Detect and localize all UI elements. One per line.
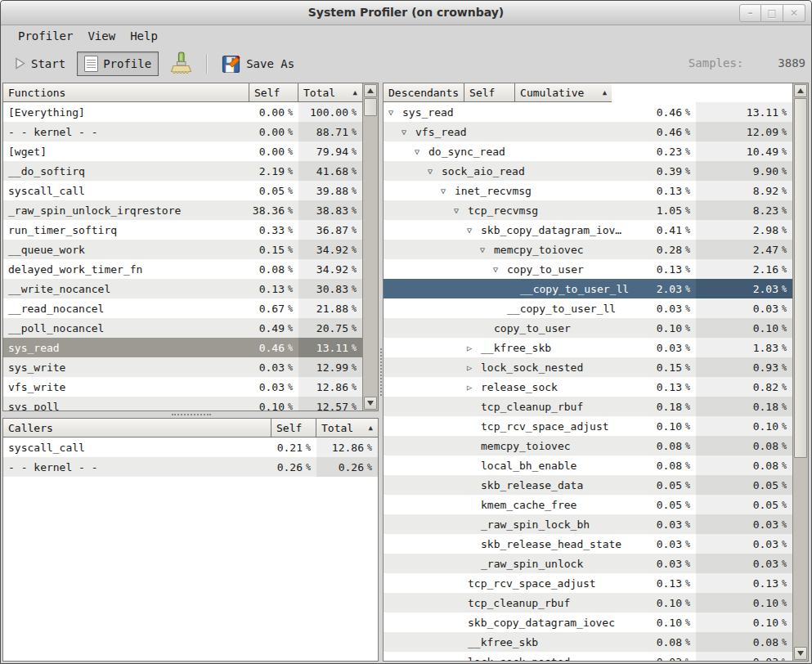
- expander-collapsed-icon[interactable]: ▷: [467, 343, 481, 352]
- tree-row[interactable]: tcp_rcv_space_adjust0.10%0.10%: [384, 416, 792, 436]
- table-row[interactable]: __write_nocancel0.13%30.83%: [3, 279, 362, 298]
- table-row[interactable]: syscall_call0.21%12.86%: [3, 437, 378, 457]
- table-row[interactable]: syscall_call0.05%39.88%: [3, 181, 362, 200]
- scroll-up-icon[interactable]: [794, 84, 807, 97]
- expander-collapsed-icon[interactable]: ▷: [467, 363, 481, 372]
- tree-row[interactable]: ▷lock_sock_nested0.15%0.93%: [384, 357, 792, 377]
- tree-row[interactable]: ▽skb_copy_datagram_iov…0.41%2.98%: [384, 220, 792, 240]
- column-header-callers[interactable]: Callers: [3, 419, 271, 437]
- table-row[interactable]: [Everything]0.00%100.00%: [3, 102, 362, 122]
- column-header-cumulative[interactable]: Cumulative ▲: [515, 83, 612, 102]
- tree-row[interactable]: __copy_to_user_ll0.03%0.03%: [384, 298, 792, 318]
- function-name-cell: ▽vfs_read: [384, 122, 645, 141]
- table-row[interactable]: delayed_work_timer_fn0.08%34.92%: [3, 259, 362, 279]
- tree-row[interactable]: ▽tcp_recvmsg1.05%8.23%: [384, 200, 792, 220]
- profile-toggle-button[interactable]: Profile: [77, 52, 159, 76]
- column-header-descendants[interactable]: Descendants: [384, 83, 464, 102]
- column-header-self[interactable]: Self: [464, 83, 515, 102]
- tree-row[interactable]: ▽vfs_read0.46%12.09%: [384, 122, 792, 141]
- title-bar[interactable]: System Profiler (on crownbay) – □ ✕: [1, 1, 811, 25]
- tree-row[interactable]: ▽sock_aio_read0.39%9.90%: [384, 161, 792, 181]
- menu-profiler[interactable]: Profiler: [11, 27, 80, 45]
- column-header-self[interactable]: Self: [271, 419, 316, 437]
- maximize-button[interactable]: □: [761, 4, 783, 22]
- expander-collapsed-icon[interactable]: ▷: [467, 383, 481, 392]
- table-row[interactable]: - - kernel - -0.26%0.26%: [3, 457, 378, 477]
- expander-open-icon[interactable]: ▽: [493, 265, 507, 274]
- table-row[interactable]: - - kernel - -0.00%88.71%: [3, 122, 362, 141]
- tree-row[interactable]: __copy_to_user_ll2.03%2.03%: [384, 279, 792, 298]
- percent-sign: %: [352, 245, 357, 254]
- tree-row[interactable]: ▽copy_to_user0.13%2.16%: [384, 259, 792, 279]
- pane-splitter-vertical[interactable]: [379, 83, 383, 662]
- table-row[interactable]: [wget]0.00%79.94%: [3, 141, 362, 161]
- expander-open-icon[interactable]: ▽: [388, 108, 402, 117]
- pane-splitter-horizontal[interactable]: [2, 411, 379, 418]
- tree-row[interactable]: ▽inet_recvmsg0.13%8.92%: [384, 181, 792, 200]
- scroll-up-icon[interactable]: [364, 84, 377, 97]
- expander-open-icon[interactable]: ▽: [454, 206, 468, 215]
- scroll-down-icon[interactable]: [794, 647, 807, 660]
- start-button[interactable]: Start: [7, 54, 72, 74]
- expander-open-icon[interactable]: ▽: [441, 186, 455, 195]
- tree-row[interactable]: _raw_spin_lock_bh0.03%0.03%: [384, 514, 792, 534]
- tree-row[interactable]: lock_sock_nested0.03%0.03%: [384, 652, 792, 661]
- column-header-functions[interactable]: Functions: [3, 83, 249, 102]
- total-percent-value: 41.68: [316, 165, 348, 177]
- tree-row[interactable]: skb_release_data0.05%0.05%: [384, 475, 792, 495]
- close-button[interactable]: ✕: [783, 4, 805, 22]
- function-name: skb_release_head_state: [481, 538, 621, 550]
- tree-row[interactable]: skb_copy_datagram_iovec0.10%0.10%: [384, 612, 792, 632]
- tree-row[interactable]: ▽do_sync_read0.23%10.49%: [384, 141, 792, 161]
- total-percent-value: 36.87: [316, 224, 348, 236]
- expander-open-icon[interactable]: ▽: [402, 128, 415, 137]
- tree-row[interactable]: memcpy_toiovec0.08%0.08%: [384, 436, 792, 455]
- functions-scrollbar[interactable]: [362, 83, 378, 411]
- tree-row[interactable]: tcp_cleanup_rbuf0.18%0.18%: [384, 397, 792, 416]
- tree-row[interactable]: local_bh_enable0.08%0.08%: [384, 455, 792, 475]
- reset-button[interactable]: [164, 48, 199, 79]
- save-as-button[interactable]: Save As: [215, 51, 301, 77]
- column-header-total[interactable]: Total ▲: [298, 83, 362, 102]
- table-row[interactable]: sys_read0.46%13.11%: [3, 338, 362, 357]
- table-row[interactable]: run_timer_softirq0.33%36.87%: [3, 220, 362, 240]
- descendants-scrollbar[interactable]: [792, 83, 808, 661]
- table-row[interactable]: __queue_work0.15%34.92%: [3, 240, 362, 259]
- function-name: lock_sock_nested: [481, 361, 583, 374]
- percent-sign: %: [288, 245, 293, 254]
- self-percent-value: 0.13: [657, 263, 682, 276]
- table-row[interactable]: _raw_spin_unlock_irqrestore38.36%38.83%: [3, 200, 362, 220]
- column-header-self[interactable]: Self: [249, 83, 298, 102]
- tree-row[interactable]: __kfree_skb0.08%0.08%: [384, 632, 792, 652]
- expander-open-icon[interactable]: ▽: [428, 167, 442, 176]
- tree-row[interactable]: ▷__kfree_skb0.03%1.83%: [384, 338, 792, 357]
- tree-row[interactable]: _raw_spin_unlock0.03%0.03%: [384, 554, 792, 573]
- tree-row[interactable]: copy_to_user0.10%0.10%: [384, 318, 792, 338]
- scroll-down-icon[interactable]: [364, 397, 377, 410]
- tree-row[interactable]: ▽memcpy_toiovec0.28%2.47%: [384, 240, 792, 259]
- table-row[interactable]: sys_poll0.10%12.57%: [3, 397, 362, 411]
- menu-view[interactable]: View: [80, 27, 123, 45]
- expander-open-icon[interactable]: ▽: [467, 226, 481, 235]
- percent-sign: %: [782, 128, 787, 137]
- tree-row[interactable]: tcp_rcv_space_adjust0.13%0.13%: [384, 573, 792, 593]
- function-name-cell: _raw_spin_unlock: [384, 554, 645, 573]
- menu-help[interactable]: Help: [123, 27, 165, 45]
- tree-row[interactable]: ▽sys_read0.46%13.11%: [384, 102, 792, 122]
- expander-open-icon[interactable]: ▽: [480, 245, 494, 254]
- table-row[interactable]: sys_write0.03%12.99%: [3, 357, 362, 377]
- tree-row[interactable]: kmem_cache_free0.05%0.05%: [384, 495, 792, 514]
- table-row[interactable]: vfs_write0.03%12.86%: [3, 377, 362, 397]
- tree-row[interactable]: tcp_cleanup_rbuf0.10%0.10%: [384, 593, 792, 612]
- scrollbar-thumb[interactable]: [794, 98, 807, 458]
- table-row[interactable]: __read_nocancel0.67%21.88%: [3, 298, 362, 318]
- scrollbar-thumb[interactable]: [364, 98, 377, 116]
- tree-row[interactable]: skb_release_head_state0.03%0.03%: [384, 534, 792, 554]
- column-header-total[interactable]: Total ▲: [316, 419, 378, 437]
- tree-row[interactable]: ▷release_sock0.13%0.82%: [384, 377, 792, 397]
- table-row[interactable]: __poll_nocancel0.49%20.75%: [3, 318, 362, 338]
- table-row[interactable]: __do_softirq2.19%41.68%: [3, 161, 362, 181]
- expander-open-icon[interactable]: ▽: [415, 147, 428, 156]
- total-percent-cell: 8.23%: [696, 200, 792, 220]
- minimize-button[interactable]: –: [739, 4, 761, 22]
